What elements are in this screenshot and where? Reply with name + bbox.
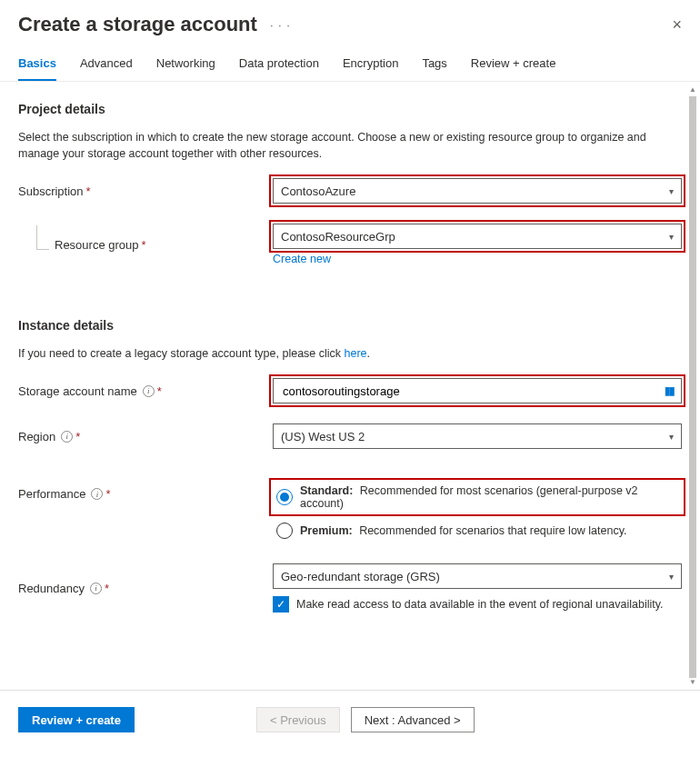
region-value: (US) West US 2 — [281, 430, 365, 443]
chevron-down-icon: ▾ — [669, 186, 674, 196]
performance-label: Performance i * — [18, 482, 273, 501]
previous-button: < Previous — [256, 707, 340, 732]
storage-name-label: Storage account name i * — [18, 384, 273, 398]
tab-advanced[interactable]: Advanced — [80, 56, 133, 81]
section-project-title: Project details — [18, 102, 682, 116]
region-label: Region i * — [18, 430, 273, 443]
info-icon[interactable]: i — [90, 583, 102, 594]
section-instance-desc: If you need to create a legacy storage a… — [18, 345, 673, 362]
performance-premium-radio[interactable]: Premium: Recommended for scenarios that … — [273, 518, 682, 543]
chevron-down-icon: ▾ — [669, 232, 674, 242]
tab-review-create[interactable]: Review + create — [471, 56, 556, 81]
storage-name-input[interactable]: ▮▮ — [273, 378, 682, 403]
performance-standard-radio[interactable]: Standard: Recommended for most scenarios… — [273, 482, 682, 513]
info-icon[interactable]: i — [91, 488, 103, 500]
tab-strip: Basics Advanced Networking Data protecti… — [0, 44, 700, 82]
validation-icon: ▮▮ — [665, 384, 674, 397]
page-header: Create a storage account · · · × — [0, 0, 700, 44]
read-access-checkbox[interactable]: ✓ Make read access to data available in … — [273, 596, 682, 613]
redundancy-label: Redundancy i * — [18, 582, 273, 595]
next-button[interactable]: Next : Advanced > — [351, 707, 475, 732]
resource-group-label: Resource group* — [18, 238, 273, 252]
review-create-button[interactable]: Review + create — [18, 707, 135, 732]
section-project-desc: Select the subscription in which to crea… — [18, 129, 673, 162]
info-icon[interactable]: i — [143, 385, 155, 397]
scrollbar[interactable] — [687, 87, 698, 684]
chevron-down-icon: ▾ — [669, 432, 674, 442]
legacy-here-link[interactable]: here — [345, 347, 367, 360]
redundancy-value: Geo-redundant storage (GRS) — [281, 570, 440, 583]
subscription-value: ContosoAzure — [281, 184, 355, 198]
radio-dot-icon — [276, 523, 293, 539]
tab-data-protection[interactable]: Data protection — [239, 56, 319, 81]
tab-networking[interactable]: Networking — [156, 56, 215, 81]
form-body: Project details Select the subscription … — [0, 82, 700, 691]
page-title: Create a storage account — [18, 13, 257, 36]
footer: Review + create < Previous Next : Advanc… — [0, 691, 700, 749]
chevron-down-icon: ▾ — [669, 572, 674, 582]
section-instance-title: Instance details — [18, 318, 682, 333]
create-new-link[interactable]: Create new — [273, 253, 331, 265]
subscription-select[interactable]: ContosoAzure ▾ — [273, 178, 682, 204]
close-icon[interactable]: × — [672, 16, 682, 33]
subscription-label: Subscription* — [18, 184, 273, 198]
checkmark-icon: ✓ — [273, 596, 289, 613]
tab-tags[interactable]: Tags — [422, 56, 446, 81]
tab-basics[interactable]: Basics — [18, 56, 56, 81]
resource-group-select[interactable]: ContosoResourceGrp ▾ — [273, 224, 682, 249]
tab-encryption[interactable]: Encryption — [343, 56, 398, 81]
radio-dot-icon — [276, 489, 293, 505]
info-icon[interactable]: i — [61, 431, 73, 443]
region-select[interactable]: (US) West US 2 ▾ — [273, 423, 682, 449]
redundancy-select[interactable]: Geo-redundant storage (GRS) ▾ — [273, 563, 682, 589]
storage-name-field[interactable] — [281, 384, 665, 399]
resource-group-value: ContosoResourceGrp — [281, 230, 395, 244]
more-dots-icon[interactable]: · · · — [270, 18, 291, 32]
